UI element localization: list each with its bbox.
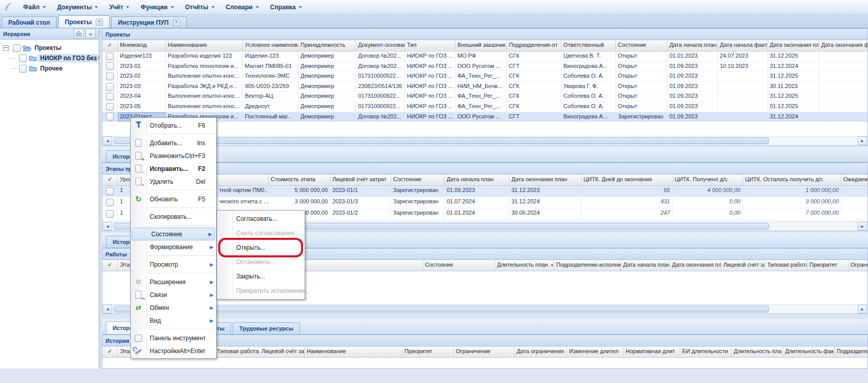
project-row[interactable]: 2023-01 Разработка технологии и... Магни… <box>102 62 867 72</box>
column-header[interactable]: Ожидаемые <box>841 175 867 185</box>
scroll-right-icon[interactable] <box>858 222 867 231</box>
column-header[interactable]: Наименование <box>166 40 243 51</box>
scroll-left-icon[interactable] <box>103 305 112 314</box>
context-menu-item[interactable]: Связи ▶ <box>131 288 216 301</box>
scroll-right-icon[interactable] <box>858 136 867 145</box>
column-header[interactable]: Подразделение-ис <box>835 346 867 357</box>
column-header[interactable]: Внешний заказчик <box>455 40 507 51</box>
menubar-item[interactable]: Отчёты <box>180 1 220 13</box>
row-checkbox[interactable] <box>106 210 114 218</box>
main-tab[interactable]: Проекты ✕ <box>58 15 110 28</box>
scroll-left-icon[interactable] <box>103 136 112 145</box>
context-menu-item[interactable]: ▶ <box>131 188 216 193</box>
context-menu-item[interactable]: Исправить... F2 ▶ <box>131 162 216 175</box>
column-header[interactable]: ✓ <box>102 346 118 357</box>
tree-checkbox[interactable] <box>19 65 27 73</box>
scrollbar-track[interactable] <box>113 305 857 313</box>
column-header[interactable]: Лицевой счёт затр▼ <box>721 260 765 271</box>
collapse-node-icon[interactable] <box>3 45 9 51</box>
context-menu-item[interactable]: Добавить... Ins ▶ <box>131 136 216 149</box>
context-menu-item[interactable]: Обновить F5 ▶ <box>131 193 216 205</box>
tree-node-other[interactable]: Прочее <box>0 63 99 74</box>
column-header[interactable]: ✓ <box>102 40 118 51</box>
menubar-item[interactable]: Учёт <box>103 1 135 13</box>
column-header[interactable]: Дата начала план. <box>667 40 718 51</box>
context-menu-item[interactable]: Просмотр ▶ <box>131 258 216 271</box>
project-row[interactable]: 2023-04 Выполнение опытно-конс... Вектор… <box>102 92 867 102</box>
column-header[interactable]: Состояние <box>391 175 445 185</box>
context-menu-item[interactable]: ▶ <box>131 205 216 210</box>
context-menu-item[interactable]: ▶ <box>131 271 216 275</box>
submenu-item[interactable]: Прекратить исполнение... <box>217 284 305 298</box>
column-header[interactable]: Дата начала план <box>445 175 509 185</box>
column-header[interactable]: Условное наименова <box>243 40 298 51</box>
menubar-item[interactable]: Файл <box>17 1 51 13</box>
column-header[interactable]: Ограничен▼ <box>848 260 867 271</box>
column-header[interactable]: ЦИТК. Дней до окончания <box>581 175 672 185</box>
context-menu-item[interactable]: Размножить... Ctrl+F3 ▶ <box>131 149 216 162</box>
scrollbar-track[interactable] <box>113 137 857 145</box>
context-menu-item[interactable]: Настройки... Alt+Enter ▶ <box>131 344 216 357</box>
row-checkbox[interactable] <box>106 103 114 111</box>
column-header[interactable]: Мнемокод <box>118 40 166 51</box>
column-header[interactable]: Ответственный <box>561 40 616 51</box>
column-header[interactable]: Принадлежность <box>298 40 356 51</box>
column-header[interactable]: Состояние <box>616 40 667 51</box>
main-tab[interactable]: Инструкции ПУП ✕ <box>111 16 186 28</box>
stage-row[interactable]: 1 тной партии ПМ0... 5 000 000,00 2023-0… <box>102 186 867 197</box>
column-header[interactable]: Дата окончания план▼ <box>670 260 721 271</box>
column-header[interactable]: Длительность пла <box>732 346 783 357</box>
context-menu-item[interactable]: Вид ▶ <box>131 314 216 327</box>
column-header[interactable]: Лицевой счёт затрат <box>330 175 391 185</box>
context-menu-item[interactable]: Отобрать... F6 ▶ <box>131 119 216 132</box>
column-header[interactable]: Ограничение <box>454 346 515 357</box>
column-header[interactable]: Тип <box>405 40 455 51</box>
row-checkbox[interactable] <box>106 62 114 70</box>
column-header[interactable]: Длительность фак <box>783 346 835 357</box>
collapse-panel-button[interactable]: « <box>85 29 96 39</box>
row-checkbox[interactable] <box>106 113 114 120</box>
submenu-item[interactable]: Закрыть... <box>217 269 305 284</box>
column-header[interactable]: ✓ <box>102 175 118 185</box>
context-menu-item[interactable]: ▶ <box>131 327 216 332</box>
scroll-right-icon[interactable] <box>858 305 867 314</box>
scroll-left-icon[interactable] <box>103 222 112 231</box>
project-row[interactable]: 2023-01тест Разработка технологии и... П… <box>102 112 867 123</box>
column-header[interactable]: Наименование <box>305 346 402 357</box>
column-header[interactable]: Типовая работа▼ <box>765 260 807 271</box>
column-header[interactable]: Изменение длител <box>567 346 624 357</box>
context-menu-item[interactable]: ▶ <box>131 253 216 258</box>
context-menu-item[interactable]: ▶ <box>131 132 216 136</box>
column-header[interactable]: Лицевой счёт затр <box>259 346 305 357</box>
submenu-item[interactable]: Согласовать... <box>217 212 305 226</box>
row-checkbox[interactable] <box>106 199 114 206</box>
column-header[interactable]: Подразделение-исполнитель..▼ <box>554 260 621 271</box>
column-header[interactable]: Состояние▼ <box>423 260 495 271</box>
column-header[interactable]: ЕИ длительности <box>680 346 732 357</box>
row-checkbox[interactable] <box>106 53 114 60</box>
column-header[interactable]: ✓▼ <box>102 260 118 271</box>
close-icon[interactable]: ✕ <box>96 19 103 26</box>
column-header[interactable]: Стоимость этапа <box>269 175 330 185</box>
stage-row[interactable]: 1 ческого отчета с ... 3 000 000,00 2023… <box>102 197 867 208</box>
submenu-item[interactable]: Остановить... <box>217 255 305 269</box>
menubar-item[interactable]: Функции <box>135 1 179 13</box>
tree-checkbox[interactable] <box>13 44 21 52</box>
column-header[interactable]: ЦИТК. Получено д/с <box>672 175 743 185</box>
column-header[interactable]: Дата ограничения <box>515 346 567 357</box>
row-checkbox[interactable] <box>106 83 114 91</box>
column-header[interactable]: Дата окончания план <box>509 175 581 185</box>
close-icon[interactable]: ✕ <box>173 19 180 26</box>
submenu-item[interactable]: Снять согласование... <box>217 226 305 240</box>
context-menu-item[interactable]: Расширения ▶ <box>131 275 216 288</box>
tree-node-projects[interactable]: Проекты <box>0 43 99 53</box>
project-row[interactable]: 2023-02 Выполнение опытно-конс... Технол… <box>102 72 867 82</box>
context-menu-item[interactable]: Панель инструментов ▶ <box>131 332 216 344</box>
context-menu-item[interactable]: Скопировать... ▶ <box>131 210 216 223</box>
tree-checkbox[interactable] <box>19 55 27 62</box>
column-header[interactable]: Дата окончания пл <box>768 40 819 51</box>
column-header[interactable]: Дата окончания ф <box>819 40 867 51</box>
column-header[interactable]: Длительность план▼ <box>495 260 554 271</box>
tree-node-niokr[interactable]: НИОКР по ГОЗ без НДС <box>0 53 99 63</box>
project-row[interactable]: 2023-03 Разработка ЭКД и РКД н... 905-U0… <box>102 82 867 92</box>
